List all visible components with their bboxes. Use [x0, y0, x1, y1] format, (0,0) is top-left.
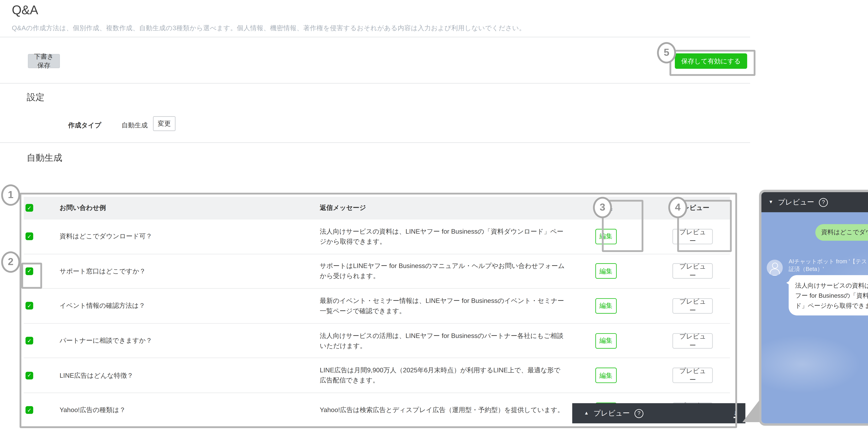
chat-preview-area: 資料はどこでダウンロード可？ AIチャットボット from '【テスト】事業企画…: [762, 212, 868, 423]
qa-table-header: ✓ お問い合わせ例 返信メッセージ 編集 プレビュー: [24, 197, 730, 219]
page-description: Q&Aの作成方法は、個別作成、複数作成、自動生成の3種類から選べます。個人情報、…: [12, 24, 526, 33]
row-question: Yahoo!広告の種類は？: [60, 406, 320, 414]
row-reply: Yahoo!広告は検索広告とディスプレイ広告（運用型・予約型）を提供しています。: [320, 405, 574, 415]
check-icon: ✓: [27, 338, 32, 344]
qa-table: ✓ お問い合わせ例 返信メッセージ 編集 プレビュー ✓ 資料はどこでダウンロー…: [24, 197, 730, 427]
change-button[interactable]: 変更: [153, 116, 176, 131]
row-checkbox[interactable]: ✓: [26, 302, 33, 310]
creation-type-label: 作成タイプ: [68, 121, 101, 130]
divider: [0, 142, 750, 143]
table-row: ✓ LINE広告はどんな特徴？ LINE広告は月間9,900万人（2025年6月…: [24, 358, 730, 393]
edit-button[interactable]: 編集: [595, 333, 617, 348]
row-reply: LINE広告は月間9,900万人（2025年6月末時点）が利用するLINE上で、…: [320, 365, 574, 386]
divider: [0, 37, 750, 37]
preview-button[interactable]: プレビュー: [673, 264, 713, 279]
annotation-number-3: 3: [593, 197, 612, 218]
preview-panel-title: プレビュー: [778, 197, 814, 207]
check-icon: ✓: [27, 268, 32, 274]
row-reply: 法人向けサービスの資料は、LINEヤフー for Businessの「資料ダウン…: [320, 226, 574, 246]
preview-panel: ▼ プレビュー ? ↓ 資料はどこでダウンロード可？ AIチャットボット fro…: [759, 190, 868, 426]
preview-toggle-bar[interactable]: ▲ プレビュー ? ↓: [572, 403, 745, 423]
preview-button[interactable]: プレビュー: [673, 333, 713, 348]
user-message-bubble: 資料はどこでダウンロード可？: [815, 224, 868, 241]
table-row: ✓ 資料はどこでダウンロード可？ 法人向けサービスの資料は、LINEヤフー fo…: [24, 219, 730, 253]
row-checkbox[interactable]: ✓: [26, 372, 33, 379]
edit-button[interactable]: 編集: [595, 298, 617, 314]
check-icon: ✓: [27, 372, 32, 378]
table-row: ✓ パートナーに相談できますか？ 法人向けサービスの活用は、LINEヤフー fo…: [24, 323, 730, 358]
preview-button[interactable]: プレビュー: [673, 368, 713, 383]
qa-admin-page: Q&A Q&Aの作成方法は、個別作成、複数作成、自動生成の3種類から選べます。個…: [0, 0, 868, 431]
autogen-heading: 自動生成: [27, 152, 62, 164]
settings-heading: 設定: [27, 92, 44, 103]
preview-button[interactable]: プレビュー: [673, 229, 713, 244]
bot-name: AIチャットボット from '【テスト】事業企画_認証済（Beta）': [789, 257, 868, 273]
creation-type-value: 自動生成: [122, 121, 148, 130]
bot-message-bubble: 法人向けサービスの資料は、LINEヤフー for Businessの「資料ダウン…: [789, 275, 868, 316]
collapse-down-icon: ▼: [769, 200, 773, 205]
select-all-checkbox[interactable]: ✓: [26, 204, 33, 212]
check-icon: ✓: [27, 407, 32, 413]
edit-button[interactable]: 編集: [595, 368, 617, 383]
annotation-number-1: 1: [1, 184, 20, 206]
row-checkbox[interactable]: ✓: [26, 337, 33, 344]
preview-button[interactable]: プレビュー: [673, 298, 713, 314]
page-title: Q&A: [12, 3, 38, 17]
divider: [0, 83, 750, 84]
save-activate-button[interactable]: 保存して有効にする: [675, 53, 747, 69]
row-question: 資料はどこでダウンロード可？: [60, 232, 320, 241]
row-question: サポート窓口はどこですか？: [60, 267, 320, 276]
row-reply: サポートはLINEヤフー for Businessのマニュアル・ヘルプやお問い合…: [320, 261, 574, 281]
help-icon[interactable]: ?: [634, 409, 643, 418]
preview-bar-label: プレビュー: [593, 408, 630, 418]
annotation-number-5: 5: [657, 42, 676, 64]
preview-panel-header[interactable]: ▼ プレビュー ? ↓: [762, 192, 868, 212]
bot-avatar: [767, 260, 783, 276]
row-checkbox[interactable]: ✓: [26, 233, 33, 240]
save-draft-button[interactable]: 下書き保存: [28, 54, 60, 68]
row-question: イベント情報の確認方法は？: [60, 302, 320, 310]
row-reply: 法人向けサービスの活用は、LINEヤフー for Businessのパートナー各…: [320, 331, 574, 351]
check-icon: ✓: [27, 303, 32, 309]
download-icon[interactable]: ↓: [734, 409, 737, 418]
table-row: ✓ サポート窓口はどこですか？ サポートはLINEヤフー for Busines…: [24, 254, 730, 288]
row-question: パートナーに相談できますか？: [60, 336, 320, 345]
edit-button[interactable]: 編集: [595, 229, 617, 244]
row-checkbox[interactable]: ✓: [26, 267, 33, 275]
row-checkbox[interactable]: ✓: [26, 406, 33, 414]
person-icon: [772, 263, 778, 269]
check-icon: ✓: [27, 205, 32, 211]
check-icon: ✓: [27, 234, 32, 239]
table-row: ✓ イベント情報の確認方法は？ 最新のイベント・セミナー情報は、LINEヤフー …: [24, 288, 730, 323]
annotation-number-2: 2: [1, 251, 20, 273]
header-reply: 返信メッセージ: [320, 203, 574, 213]
help-icon[interactable]: ?: [819, 198, 828, 207]
header-question: お問い合わせ例: [60, 204, 320, 212]
annotation-number-4: 4: [669, 197, 687, 218]
row-question: LINE広告はどんな特徴？: [60, 371, 320, 380]
edit-button[interactable]: 編集: [595, 264, 617, 279]
collapse-up-icon: ▲: [584, 411, 589, 415]
row-reply: 最新のイベント・セミナー情報は、LINEヤフー for Businessのイベン…: [320, 296, 574, 316]
